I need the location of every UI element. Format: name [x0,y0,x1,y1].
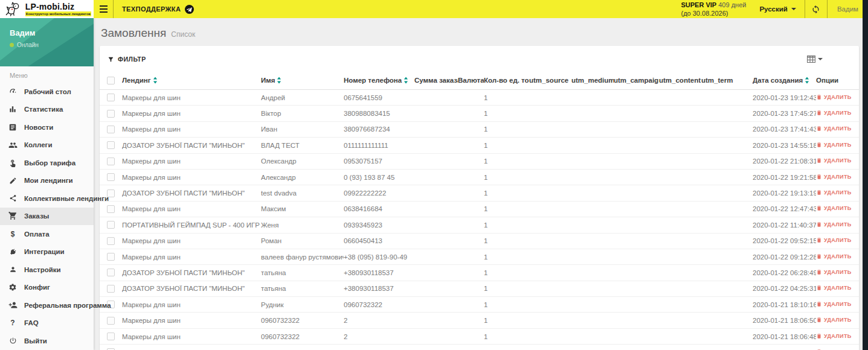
column-header-0[interactable]: Лендинг [122,77,261,84]
delete-button[interactable]: УДАЛИТЬ [816,189,852,196]
refresh-button[interactable] [805,0,827,18]
sidebar-item-tariff[interactable]: Выбор тарифа [0,154,94,172]
delete-button-label: УДАЛИТЬ [824,333,852,339]
row-checkbox[interactable] [107,285,115,293]
delete-button[interactable]: УДАЛИТЬ [816,333,852,339]
cell-qty: 1 [484,189,529,197]
row-checkbox[interactable] [107,253,115,261]
cell-name: татьяна [261,269,344,276]
cell-name: Александр [261,174,344,181]
cell-landing: Маркеры для шин [122,205,261,212]
plug-icon [8,247,18,256]
sidebar-item-label: Статистика [24,106,63,113]
sidebar-item-label: Заказы [24,212,49,220]
logo[interactable]: LP-mobi.biz Конструктор мобильных лендин… [0,0,94,18]
column-header-1[interactable]: Имя [261,77,344,84]
delete-button[interactable]: УДАЛИТЬ [816,317,852,323]
cell-name: Максим [261,205,344,212]
row-checkbox[interactable] [107,158,115,165]
cell-name: Рудник [261,301,344,308]
delete-button[interactable]: УДАЛИТЬ [816,269,852,275]
topbar-username[interactable]: Вадим [828,0,868,18]
page-title: Замовлення [101,27,166,40]
cell-phone: 0939345923 [344,221,414,229]
column-header-2[interactable]: Номер телефона [344,77,414,84]
select-all-checkbox[interactable] [107,77,115,84]
sidebar-item-collective-landings[interactable]: Коллективные лендинги [0,189,94,208]
sidebar-item-statistics[interactable]: Статистика [0,101,94,119]
sidebar-item-faq[interactable]: ?FAQ [0,314,94,332]
cell-phone: +380930118537 [344,269,414,276]
cell-created: 2020-01-22 21:08:31 [753,158,816,165]
delete-button[interactable]: УДАЛИТЬ [816,253,852,259]
cell-options: УДАЛИТЬ [816,110,859,117]
plan-name: SUPER VIP [681,1,717,8]
dollar-icon: $ [8,229,18,239]
news-icon [8,122,18,132]
sidebar-item-integrations[interactable]: Интеграции [0,243,94,261]
delete-button[interactable]: УДАЛИТЬ [816,110,852,116]
row-checkbox[interactable] [107,317,115,325]
delete-button[interactable]: УДАЛИТЬ [816,126,852,132]
delete-button[interactable]: УДАЛИТЬ [816,301,852,307]
cell-qty: 1 [484,126,529,133]
row-checkbox[interactable] [107,110,115,118]
cell-options: УДАЛИТЬ [816,142,859,149]
question-icon: ? [8,318,18,328]
delete-button[interactable]: УДАЛИТЬ [816,205,852,211]
row-checkbox[interactable] [107,269,115,276]
delete-button[interactable]: УДАЛИТЬ [816,237,852,243]
topbar: LP-mobi.biz Конструктор мобильных лендин… [0,0,868,18]
filter-button[interactable]: ФИЛЬТР [108,56,146,63]
row-checkbox[interactable] [107,205,115,213]
delete-button[interactable]: УДАЛИТЬ [816,285,852,291]
person-plus-icon [8,301,18,310]
language-selector[interactable]: Русский [751,0,804,18]
sidebar-item-payment[interactable]: $Оплата [0,225,94,243]
row-checkbox[interactable] [107,141,115,149]
right-edge-scrollbar[interactable] [863,0,868,350]
hamburger-menu-button[interactable] [94,0,113,18]
cell-landing: Маркеры для шин [122,94,261,101]
cell-phone: 0660450413 [344,237,414,244]
sidebar-item-settings[interactable]: Настройки [0,261,94,279]
table-row: Маркеры для шинвалеев фанур рустямович+3… [100,249,859,265]
delete-button[interactable]: УДАЛИТЬ [816,142,852,148]
sidebar-item-referral[interactable]: Реферальная программа [0,296,94,314]
row-checkbox[interactable] [107,94,115,101]
support-button[interactable]: ТЕХПОДДЕРЖКА [114,0,202,18]
delete-button[interactable]: УДАЛИТЬ [816,94,852,100]
row-checkbox[interactable] [107,237,115,245]
sidebar-item-news[interactable]: Новости [0,118,94,136]
sidebar-item-my-landings[interactable]: Мои лендинги [0,172,94,190]
cell-qty: 1 [484,205,529,212]
column-header-11[interactable]: Дата создания [753,77,816,84]
cell-options: УДАЛИТЬ [816,94,859,101]
delete-button[interactable]: УДАЛИТЬ [816,221,852,228]
cell-phone: +38 (095) 819-90-49 [344,253,414,261]
sidebar-item-logout[interactable]: Выйти [0,332,94,350]
sidebar-item-config[interactable]: Конфиг [0,279,94,297]
row-checkbox[interactable] [107,126,115,133]
table-row: ПОРТАТИВНЫЙ ГЕЙМПАД SUP - 400 ИГР В 1Жен… [100,217,859,233]
cell-name: ВЛАД ТЕСТ [261,142,344,149]
row-checkbox[interactable] [107,173,115,181]
delete-button[interactable]: УДАЛИТЬ [816,174,852,180]
cell-name: валеев фанур рустямович [261,253,344,261]
column-header-7: utm_medium [571,77,614,84]
cell-created: 2020-01-23 19:12:43 [753,94,816,101]
cell-phone: 0953075157 [344,158,414,165]
sidebar-item-orders[interactable]: Заказы [0,208,94,226]
columns-selector-button[interactable] [807,56,850,63]
sidebar-item-colleagues[interactable]: Коллеги [0,136,94,154]
sidebar-item-dashboard[interactable]: Рабочий стол [0,83,94,101]
cell-landing: Маркеры для шин [122,333,261,340]
cell-landing: Маркеры для шин [122,253,261,261]
online-status-label: Онлайн [17,42,39,48]
cell-name: Олександр [261,158,344,165]
orders-card: ФИЛЬТР ЛендингИмяНомер телефонаСумма зак… [100,46,859,350]
row-checkbox[interactable] [107,332,115,340]
delete-button[interactable]: УДАЛИТЬ [816,158,852,164]
row-checkbox[interactable] [107,221,115,229]
cell-landing: ПОРТАТИВНЫЙ ГЕЙМПАД SUP - 400 ИГР В 1 [122,221,261,229]
